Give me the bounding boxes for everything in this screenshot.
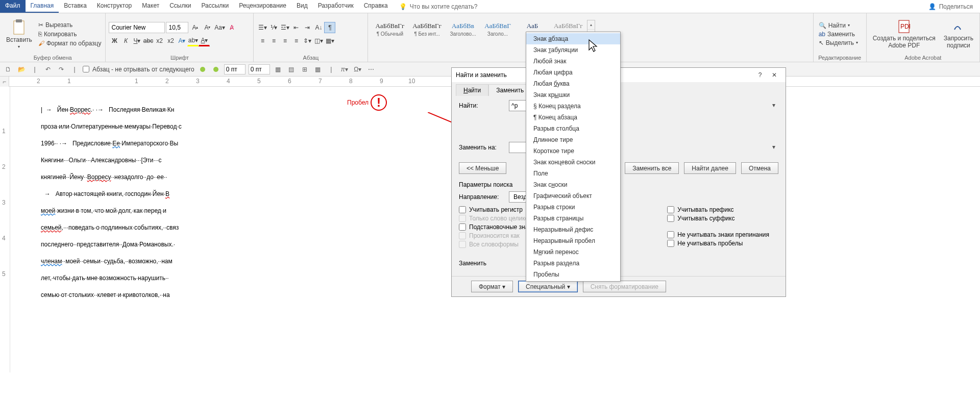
font-color-button[interactable]: A▾ [199, 35, 210, 46]
qat-pt-before[interactable] [224, 64, 246, 74]
cancel-button[interactable]: Отмена [741, 162, 778, 174]
qat-circle1[interactable] [198, 64, 208, 74]
tab-developer[interactable]: Разработчик [313, 0, 359, 13]
popup-item-letter[interactable]: Любая буква [526, 78, 620, 89]
align-center-button[interactable]: ≡ [268, 35, 279, 46]
qat-new[interactable]: 🗋 [3, 64, 13, 74]
align-left-button[interactable]: ≡ [257, 35, 268, 46]
popup-item-section-end[interactable]: § Конец раздела [526, 101, 620, 112]
highlight-button[interactable]: ab▾ [187, 35, 199, 46]
dialog-tab-replace[interactable]: Заменить [488, 84, 531, 96]
qat-pt-after[interactable] [249, 64, 270, 74]
popup-item-endash[interactable]: Короткое тире [526, 145, 620, 157]
font-size-input[interactable] [166, 22, 188, 33]
qat-page[interactable]: ▤ [286, 64, 297, 74]
strikethrough-button[interactable]: abc [142, 35, 154, 46]
shading-button[interactable]: ◫▾ [313, 35, 324, 46]
superscript-button[interactable]: x2 [165, 35, 176, 46]
popup-item-footnote[interactable]: Знак сноски [526, 179, 620, 190]
tell-me[interactable]: 💡 Что вы хотите сделать? [399, 0, 478, 13]
select-button[interactable]: ↖Выделить▾ [817, 39, 860, 47]
ck-prefix[interactable]: Учитывать префикс [667, 206, 769, 213]
sort-button[interactable]: A↓ [313, 22, 324, 33]
popup-item-endnote[interactable]: Знак концевой сноски [526, 157, 620, 168]
style-heading1[interactable]: АаБбВвЗаголово... [446, 20, 480, 39]
align-right-button[interactable]: ≡ [279, 35, 290, 46]
qat-checkbox[interactable] [83, 66, 89, 72]
decrease-indent-button[interactable]: ⇤ [290, 22, 302, 33]
qat-borders[interactable]: ▦ [273, 64, 283, 74]
qat-equation[interactable]: π▾ [339, 64, 350, 74]
ck-case[interactable]: Учитывать регистр [459, 206, 534, 213]
qat-undo[interactable]: ↶ [43, 64, 53, 74]
dialog-tab-find[interactable]: Найти [456, 84, 488, 96]
style-subtitle[interactable]: АаБбВвГг [550, 20, 587, 32]
paste-button[interactable]: Вставить ▾ [3, 18, 35, 50]
popup-item-whitespace[interactable]: Пробелы [526, 269, 620, 280]
borders-button[interactable]: ▦▾ [324, 35, 335, 46]
text-effects-button[interactable]: A▾ [176, 35, 187, 46]
style-title[interactable]: АаБ [515, 20, 550, 32]
tab-layout[interactable]: Макет [137, 0, 164, 13]
justify-button[interactable]: ≡ [290, 35, 302, 46]
find-next-button[interactable]: Найти далее [684, 162, 736, 174]
tab-view[interactable]: Вид [291, 0, 313, 13]
subscript-button[interactable]: x2 [154, 35, 165, 46]
cut-button[interactable]: ✂Вырезать [37, 21, 103, 29]
replace-all-button[interactable]: Заменить все [625, 162, 679, 174]
clear-formatting-button[interactable]: A̷ [226, 22, 237, 33]
shrink-font-button[interactable]: A▾ [202, 22, 213, 33]
style-normal[interactable]: АаБбВвГг¶ Обычный [371, 20, 408, 39]
tab-insert[interactable]: Вставка [59, 0, 92, 13]
qat-insert[interactable]: ⊞ [300, 64, 310, 74]
bold-button[interactable]: Ж [109, 35, 120, 46]
tab-references[interactable]: Ссылки [164, 0, 196, 13]
qat-open[interactable]: 📂 [16, 64, 27, 74]
popup-item-caret[interactable]: Знак крышки [526, 89, 620, 101]
ck-suffix[interactable]: Учитывать суффикс [667, 215, 769, 222]
font-name-input[interactable] [109, 22, 165, 33]
popup-item-field[interactable]: Поле [526, 168, 620, 179]
popup-item-nbhyphen[interactable]: Неразрывный дефис [526, 224, 620, 235]
special-dropdown-button[interactable]: Специальный ▾ [518, 281, 578, 292]
line-spacing-button[interactable]: ⇕▾ [302, 35, 313, 46]
popup-item-nbspace[interactable]: Неразрывный пробел [526, 235, 620, 246]
multilevel-button[interactable]: ☲▾ [279, 22, 290, 33]
bullets-button[interactable]: ☰▾ [257, 22, 268, 33]
grow-font-button[interactable]: A▴ [189, 22, 201, 33]
popup-item-pagebreak[interactable]: Разрыв страницы [526, 213, 620, 224]
italic-button[interactable]: К [120, 35, 131, 46]
qat-table[interactable]: ▦ [313, 64, 323, 74]
popup-item-digit[interactable]: Любая цифра [526, 67, 620, 78]
tab-review[interactable]: Рецензирование [234, 0, 291, 13]
popup-item-column-break[interactable]: Разрыв столбца [526, 123, 620, 134]
qat-redo[interactable]: ↷ [56, 64, 66, 74]
ck-space[interactable]: Не учитывать пробелы [667, 240, 769, 247]
popup-item-paragraph-mark[interactable]: Знак абзаца [526, 33, 620, 44]
change-case-button[interactable]: Aa▾ [214, 22, 225, 33]
dialog-help-button[interactable]: ? [753, 70, 767, 80]
create-pdf-button[interactable]: PDF Создать и поделиться Adobe PDF [870, 18, 939, 50]
share-button[interactable]: 👤 Поделиться [921, 0, 980, 13]
qat-symbol[interactable]: Ω▾ [353, 64, 363, 74]
increase-indent-button[interactable]: ⇥ [302, 22, 313, 33]
tab-mailings[interactable]: Рассылки [196, 0, 234, 13]
vertical-ruler[interactable]: 12345 [0, 87, 10, 372]
style-nospacing[interactable]: АаБбВвГг¶ Без инт... [408, 20, 446, 39]
tab-file[interactable]: Файл [0, 0, 26, 13]
ck-punct[interactable]: Не учитывать знаки препинания [667, 231, 769, 238]
format-dropdown-button[interactable]: Формат ▾ [471, 281, 513, 292]
tab-help[interactable]: Справка [359, 0, 393, 13]
popup-item-graphic[interactable]: Графический объект [526, 190, 620, 202]
popup-item-any[interactable]: Любой знак [526, 56, 620, 67]
tab-selector[interactable]: ⌐ [0, 77, 9, 87]
style-heading2[interactable]: АаБбВвГЗаголо... [480, 20, 515, 39]
popup-item-sectionbreak[interactable]: Разрыв раздела [526, 258, 620, 269]
request-sign-button[interactable]: Запросить подписи [941, 18, 976, 50]
popup-item-linebreak[interactable]: Разрыв строки [526, 202, 620, 213]
format-painter-button[interactable]: 🖌Формат по образцу [37, 39, 103, 47]
find-button[interactable]: 🔍Найти▾ [817, 21, 860, 30]
underline-button[interactable]: Ч▾ [131, 35, 142, 46]
popup-item-para-end[interactable]: ¶ Конец абзаца [526, 112, 620, 123]
popup-item-tab[interactable]: Знак табуляции [526, 44, 620, 56]
